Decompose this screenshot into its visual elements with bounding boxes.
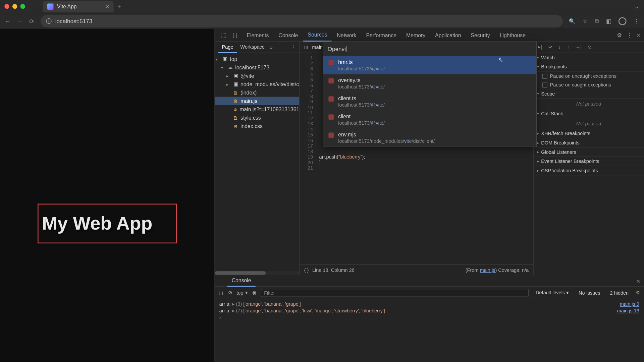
navigator-tab-workspace[interactable]: Workspace [237,41,268,53]
tree-file: main.js?t=171093131361 [239,106,299,112]
deactivate-bp-icon[interactable]: ⦸ [588,44,591,50]
source-origin: (From main.js) Coverage: n/a [466,267,529,273]
command-menu-input[interactable]: Open vi [323,42,536,56]
window-close[interactable] [4,4,9,9]
close-drawer-icon[interactable]: × [637,277,640,284]
dom-bp-section[interactable]: ▸DOM Breakpoints [534,138,644,148]
profile-icon[interactable] [619,17,627,25]
command-menu-item[interactable]: overlay.tslocalhost:5173/@vite/ [323,74,536,92]
scope-empty: Not paused [534,99,644,109]
step-out-icon[interactable]: ↑ [567,44,569,50]
console-prompt-icon: › [219,314,221,320]
file-icon [328,60,334,65]
pretty-print-icon[interactable]: { } [304,267,309,273]
window-minimize[interactable] [12,4,17,9]
page-viewport: My Web App [0,29,214,362]
source-link[interactable]: main.js [480,267,495,273]
cursor-position: Line 18, Column 26 [312,267,355,273]
console-output[interactable]: arr a: ▸ (3) ['orange', 'banana', 'grape… [215,299,644,362]
command-menu-item[interactable]: client.tslocalhost:5173/@vite/ [323,92,536,110]
file-icon [328,114,334,120]
navigator-tab-page[interactable]: Page [218,41,237,53]
tree-file: (index) [240,89,257,96]
callstack-section[interactable]: ▾Call Stack [534,109,644,119]
more-icon[interactable]: ⋮ [627,32,632,39]
tree-file: main.js [240,98,257,104]
command-menu-item[interactable]: clientlocalhost:5173/@vite/ [323,111,536,129]
device-toolbar-icon[interactable]: ⫿⫿ [230,32,241,39]
resume-icon[interactable]: ▸| [538,44,542,50]
console-message[interactable]: arr a: ▸ (3) ['orange', 'banana', 'grape… [215,301,644,308]
inspect-element-icon[interactable]: ⬚ [218,32,229,39]
settings-icon[interactable]: ⚙ [617,32,622,39]
tab-application[interactable]: Application [431,29,466,41]
sidepanel-icon[interactable]: ◧ [606,18,611,24]
forward-button[interactable]: → [17,17,23,24]
drawer-menu-icon[interactable]: ⋮ [218,278,224,284]
tab-lighthouse[interactable]: Lighthouse [495,29,530,41]
message-source-link[interactable]: main.js:13 [617,308,639,314]
close-devtools-icon[interactable]: × [637,32,640,39]
drawer-tab-console[interactable]: Console [227,275,255,286]
global-listeners-section[interactable]: ▸Global Listeners [534,147,644,157]
live-expression-icon[interactable]: ◉ [252,290,257,296]
vite-favicon [47,3,53,9]
tab-console[interactable]: Console [274,29,302,41]
tab-security[interactable]: Security [466,29,494,41]
pause-caught-checkbox[interactable]: Pause on caught exceptions [534,80,644,89]
navigator-menu-icon[interactable]: ⋮ [291,44,296,50]
back-button[interactable]: ← [4,17,10,24]
watch-section[interactable]: ▸Watch [534,53,644,62]
close-tab-icon[interactable]: × [106,3,109,10]
navigator-more-tabs[interactable]: » [270,44,273,50]
toggle-navigator-icon[interactable]: ⫿⫿ [303,44,309,50]
console-prompt[interactable]: › [215,314,644,320]
inspected-element-highlight: My Web App [38,204,177,244]
tab-network[interactable]: Network [332,29,361,41]
message-source-link[interactable]: main.js:9 [620,301,639,307]
command-menu-item[interactable]: env.mjslocalhost:5173/node_modules/vite/… [323,129,536,147]
window-maximize[interactable] [20,4,25,9]
page-heading: My Web App [42,213,152,234]
console-settings-icon[interactable]: ⚙ [636,290,640,296]
file-tree[interactable]: ▾▣top ▾☁localhost:5173 ▸▣@vite ▸▣node_mo… [215,53,300,271]
log-levels-selector[interactable]: Default levels ▾ [533,289,572,296]
console-message[interactable]: arr a: ▸ (7) ['orange', 'banana', 'grape… [215,307,644,314]
step-into-icon[interactable]: ↓ [558,44,560,50]
navigator-scrollbar[interactable] [215,271,300,275]
issues-button[interactable]: No Issues [576,289,603,296]
tab-sources[interactable]: Sources [303,29,331,41]
zoom-icon[interactable]: 🔍 [569,18,576,24]
browser-tab[interactable]: Vite App × [43,1,114,12]
console-context-selector[interactable]: top▾ [236,290,248,296]
site-info-icon[interactable]: ⓘ [46,17,52,25]
clear-console-icon[interactable]: ⊘ [228,290,232,296]
console-filter-input[interactable]: Filter [261,289,529,297]
file-icon [328,78,334,83]
bookmark-icon[interactable]: ☆ [583,18,588,24]
breakpoints-section[interactable]: ▾Breakpoints [534,62,644,72]
menu-icon[interactable]: ⋮ [634,18,639,24]
tab-elements[interactable]: Elements [242,29,273,41]
debugger-toolbar: ▸| ⤻ ↓ ↑ →| ⦸ [534,42,644,53]
hidden-count[interactable]: 2 hidden [607,289,631,296]
tab-memory[interactable]: Memory [402,29,430,41]
address-bar[interactable]: ⓘ localhost:5173 [41,15,563,27]
command-menu-item[interactable]: hmr.tslocalhost:5173/@vite/ [323,56,536,74]
new-tab-button[interactable]: + [117,2,121,10]
pause-uncaught-checkbox[interactable]: Pause on uncaught exceptions [534,72,644,80]
reload-button[interactable]: ⟳ [29,17,35,24]
file-icon [328,96,334,102]
scope-section[interactable]: ▾Scope [534,89,644,99]
event-bp-section[interactable]: ▸Event Listener Breakpoints [534,157,644,166]
tab-title: Vite App [57,3,77,9]
tab-performance[interactable]: Performance [362,29,401,41]
open-file-tab[interactable]: main [312,44,323,50]
console-sidebar-icon[interactable]: ⫿⫿ [218,290,224,295]
chevron-down-icon[interactable]: ⌄ [634,3,639,10]
csp-bp-section[interactable]: ▸CSP Violation Breakpoints [534,166,644,176]
extensions-icon[interactable]: ⧉ [595,17,599,24]
step-icon[interactable]: →| [576,44,582,50]
xhr-bp-section[interactable]: ▸XHR/fetch Breakpoints [534,129,644,138]
step-over-icon[interactable]: ⤻ [548,44,552,50]
